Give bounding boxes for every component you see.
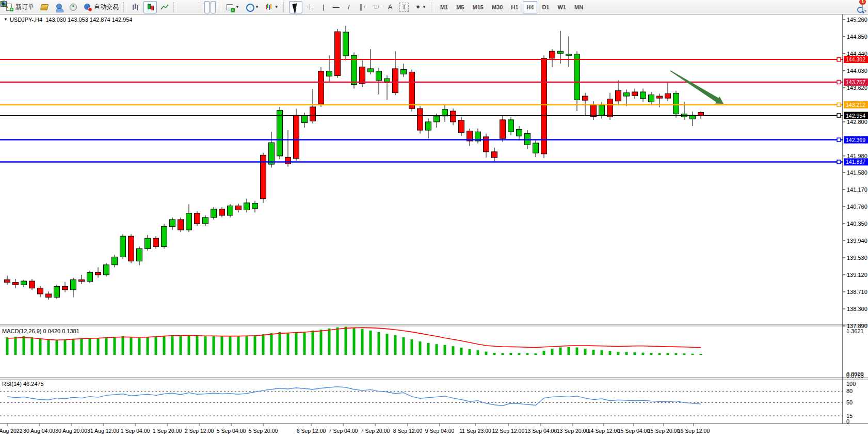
chart-title: ▼USDJPY-,H4 143.030 143.053 142.874 142.… (4, 17, 132, 23)
cursor-button[interactable] (289, 1, 302, 13)
macd-bar (493, 353, 496, 355)
macd-bar (39, 338, 42, 355)
timeframe-h4-button[interactable]: H4 (523, 1, 537, 13)
notifications-button[interactable]: 1 (862, 2, 863, 11)
equidistant-channel-button[interactable]: ∥E (356, 1, 369, 13)
macd-bar (551, 349, 554, 355)
timeframe-h1-button[interactable]: H1 (507, 1, 522, 13)
macd-bar (675, 353, 678, 355)
chart-ohlc: 143.030 143.053 142.874 142.954 (45, 17, 132, 23)
hline-handle[interactable] (837, 114, 841, 117)
arrows-button[interactable]: ✦▼ (412, 1, 429, 13)
macd-bar (295, 333, 298, 355)
macd-bar (336, 327, 339, 355)
fibonacci-button[interactable]: ≡F (370, 1, 383, 13)
text-button[interactable]: A (384, 1, 396, 13)
macd-bar (411, 339, 413, 355)
text-label-button[interactable]: T (397, 1, 411, 13)
macd-bar (419, 341, 422, 355)
macd-scale-label: 0.0000 (846, 371, 864, 377)
line-chart-button[interactable] (158, 1, 171, 13)
timeframe-w1-button[interactable]: W1 (554, 1, 570, 13)
macd-bar (609, 351, 612, 355)
macd-bar (196, 336, 199, 355)
hline-handle[interactable] (837, 80, 841, 84)
price-tick-label: 141.170 (847, 186, 867, 193)
macd-bar (692, 354, 694, 355)
price-tick-label: 139.530 (847, 255, 867, 261)
new-chart-button[interactable]: ▼ (223, 1, 242, 13)
vertical-line-icon: | (320, 3, 327, 11)
signals-button[interactable] (67, 1, 80, 13)
symbols-button[interactable] (38, 1, 51, 13)
macd-bar (394, 335, 397, 355)
price-line-badge: 142.369 (846, 137, 865, 143)
macd-bar (625, 352, 628, 355)
macd-bar (89, 338, 91, 355)
auto-scroll-button[interactable]: ▶ (204, 1, 210, 13)
trendline-button[interactable]: / (343, 1, 355, 13)
price-line-badge: 143.757 (846, 79, 865, 85)
timeframe-m5-button[interactable]: M5 (453, 1, 468, 13)
tile-windows-button[interactable] (191, 1, 197, 13)
macd-bar (262, 334, 265, 355)
indicators-button[interactable]: ▼ (263, 1, 281, 13)
date-tick-label: 9 Sep 04:00 (425, 428, 455, 434)
vertical-line-button[interactable]: | (318, 1, 329, 13)
chart-shift-button[interactable]: ▶∣ (211, 1, 216, 13)
price-tick-label: 144.850 (847, 34, 867, 40)
macd-bar (568, 347, 570, 355)
hline-handle[interactable] (837, 58, 841, 61)
zoom-in-button[interactable]: + (179, 1, 184, 13)
bar-chart-button[interactable] (129, 1, 142, 13)
macd-bar (683, 353, 686, 355)
macd-bar (114, 337, 116, 355)
macd-bar (237, 336, 240, 355)
toolbar-separator (173, 2, 177, 12)
trendline-icon: / (346, 3, 352, 11)
macd-bar (14, 337, 17, 355)
macd-bar (320, 330, 323, 355)
timeframe-mn-button[interactable]: MN (571, 1, 587, 13)
date-tick-label: 7 Sep 04:00 (329, 428, 358, 434)
macd-bar (543, 351, 545, 355)
price-line-badge: 141.837 (846, 159, 865, 165)
price-line-badge: 144.302 (846, 56, 865, 63)
date-tick-label: 5 Sep 20:00 (249, 428, 278, 434)
date-tick-label: 11 Sep 23:00 (459, 428, 491, 434)
period-dropdown-button[interactable]: ▼ (243, 1, 262, 13)
timeframe-m15-button[interactable]: M15 (469, 1, 487, 13)
macd-bar (254, 335, 256, 355)
horizontal-line-button[interactable]: — (330, 1, 342, 13)
auto-trading-button[interactable]: 自动交易 (81, 1, 121, 13)
price-tick-label: 141.580 (847, 169, 867, 176)
rsi-scale-label: 50 (846, 399, 853, 405)
macd-bar (617, 352, 620, 355)
macd-bar (64, 339, 67, 355)
chart-canvas[interactable]: 145.260144.850144.440144.030143.620142.8… (0, 0, 868, 437)
macd-bar (403, 337, 405, 355)
profile-button[interactable] (52, 1, 66, 13)
timeframe-group: M1M5M15M30H1H4D1W1MN (436, 1, 587, 13)
macd-bar (559, 348, 562, 355)
hline-handle[interactable] (837, 103, 841, 106)
rsi-scale-label: 80 (846, 388, 853, 394)
timeframe-m30-button[interactable]: M30 (488, 1, 506, 13)
arrows-icon: ✦ (415, 3, 421, 11)
timeframe-m1-button[interactable]: M1 (437, 1, 452, 13)
macd-bar (138, 338, 141, 355)
crosshair-icon (306, 3, 314, 11)
toolbar-separator (199, 2, 202, 12)
hline-handle[interactable] (837, 138, 841, 142)
zoom-out-button[interactable]: − (185, 1, 190, 13)
crosshair-button[interactable] (303, 1, 317, 13)
timeframe-d1-button[interactable]: D1 (538, 1, 553, 13)
macd-bar (303, 332, 306, 355)
macd-bar (31, 337, 34, 355)
rsi-scale-label: 100 (846, 381, 856, 387)
toolbar: + 新订单 自动交易 + − ▶ ▶∣ (0, 0, 868, 14)
hline-handle[interactable] (837, 160, 841, 164)
price-tick-label: 142.800 (847, 119, 867, 125)
macd-bar (221, 336, 223, 355)
candlestick-chart-button[interactable] (143, 1, 157, 13)
